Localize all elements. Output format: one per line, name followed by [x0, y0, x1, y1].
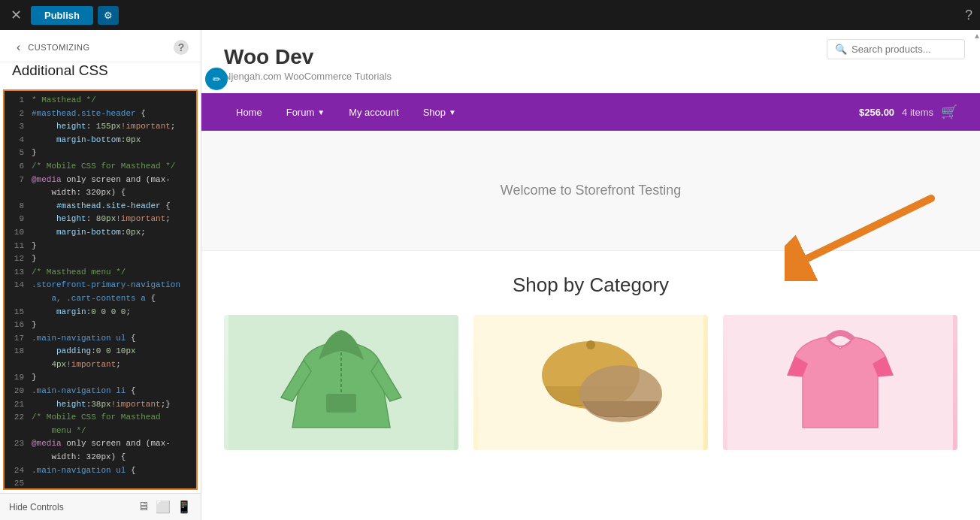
code-line-14: 14 .storefront-primary-navigation a, .ca… — [5, 279, 196, 305]
code-line-21: 21 height:38px!important;} — [5, 398, 196, 412]
hide-controls-label: Hide Controls — [9, 502, 64, 512]
scroll-up-icon[interactable]: ▲ — [972, 30, 980, 41]
hero-section: Welcome to Storefront Testing — [201, 131, 980, 251]
code-line-9: 9 height: 80px!important; — [5, 213, 196, 226]
cart-icon[interactable]: 🛒 — [941, 104, 957, 120]
code-line-12: 12 } — [5, 252, 196, 266]
code-line-8: 8 #masthead.site-header { — [5, 200, 196, 213]
customizing-label: Customizing — [28, 43, 174, 52]
code-line-24: 24 .main-navigation ul { — [5, 464, 196, 478]
shop-section: Shop by Category — [201, 251, 980, 473]
hide-controls-button[interactable]: Hide Controls — [9, 502, 64, 512]
admin-bar: ✕ Publish ⚙ ? — [0, 0, 980, 30]
panel-footer: Hide Controls 🖥 ⬜ 📱 — [0, 493, 201, 520]
code-line-1: 1 * Masthead */ — [5, 94, 196, 107]
svg-rect-3 — [326, 394, 356, 413]
product-grid — [224, 315, 957, 450]
help-circle-icon[interactable]: ? — [174, 40, 189, 55]
main-layout: ‹ Customizing ? Additional CSS 1 * Masth… — [0, 30, 980, 520]
code-line-4: 4 margin-bottom:0px — [5, 134, 196, 147]
publish-label: Publish — [44, 10, 80, 21]
left-panel: ‹ Customizing ? Additional CSS 1 * Masth… — [0, 30, 201, 520]
desktop-icon[interactable]: 🖥 — [138, 500, 150, 514]
code-line-5: 5 } — [5, 147, 196, 160]
product-card-2[interactable] — [473, 315, 708, 450]
code-line-20: 20 .main-navigation li { — [5, 385, 196, 398]
admin-help[interactable]: ? — [965, 8, 972, 23]
code-line-18: 18 padding:0 0 10px 4px!important; — [5, 345, 196, 371]
site-branding: Woo Dev Njengah.com WooCommerce Tutorial… — [224, 45, 392, 82]
svg-point-7 — [586, 340, 595, 349]
panel-header: ‹ Customizing ? — [0, 30, 201, 62]
css-code-editor[interactable]: 1 * Masthead */ 2 #masthead.site-header … — [3, 89, 198, 490]
forum-chevron-icon: ▼ — [317, 108, 325, 116]
nav-item-home[interactable]: Home — [224, 93, 274, 131]
code-line-7: 7 @media only screen and (max- width: 32… — [5, 174, 196, 200]
code-line-6: 6 /* Mobile CSS for Masthead */ — [5, 160, 196, 174]
gear-icon: ⚙ — [104, 10, 113, 21]
edit-pencil-button[interactable]: ✏ — [205, 68, 228, 90]
code-line-13: 13 /* Masthead menu */ — [5, 266, 196, 280]
panel-title: Additional CSS — [0, 62, 201, 86]
cart-area: $256.00 4 items 🛒 — [859, 104, 957, 120]
code-line-25: 25 — [5, 477, 196, 490]
shop-chevron-icon: ▼ — [449, 108, 456, 116]
code-line-3: 3 height: 155px!important; — [5, 120, 196, 134]
shop-title: Shop by Category — [224, 274, 957, 297]
cart-count: 4 items — [902, 107, 933, 118]
footer-icons: 🖥 ⬜ 📱 — [138, 500, 192, 514]
code-line-19: 19 } — [5, 371, 196, 385]
preview-area: ✏ Woo Dev Njengah.com WooCommerce Tutori… — [201, 30, 980, 520]
nav-item-shop[interactable]: Shop ▼ — [411, 93, 468, 131]
search-input[interactable] — [851, 44, 957, 55]
tablet-icon[interactable]: ⬜ — [156, 500, 171, 514]
search-icon: 🔍 — [835, 44, 847, 55]
code-line-22: 22 /* Mobile CSS for Masthead menu */ — [5, 411, 196, 437]
scroll-indicator: ▲ — [974, 30, 980, 520]
cart-amount: $256.00 — [859, 107, 894, 118]
code-line-17: 17 .main-navigation ul { — [5, 332, 196, 346]
panel-header-labels: Customizing — [25, 43, 174, 52]
product-card-3[interactable] — [723, 315, 957, 450]
nav-item-forum[interactable]: Forum ▼ — [274, 93, 337, 131]
site-header: Woo Dev Njengah.com WooCommerce Tutorial… — [201, 30, 980, 93]
code-line-11: 11 } — [5, 240, 196, 253]
hero-text: Welcome to Storefront Testing — [501, 183, 681, 198]
site-title: Woo Dev — [224, 45, 392, 69]
site-subtitle: Njengah.com WooCommerce Tutorials — [224, 71, 392, 82]
close-button[interactable]: ✕ — [8, 4, 25, 26]
publish-gear-button[interactable]: ⚙ — [98, 6, 119, 25]
admin-bar-left: ✕ Publish ⚙ — [8, 4, 119, 26]
help-icon: ? — [965, 8, 972, 23]
code-line-10: 10 margin-bottom:0px; — [5, 226, 196, 240]
code-line-23: 23 @media only screen and (max- width: 3… — [5, 437, 196, 464]
nav-links: Home Forum ▼ My account Shop ▼ — [224, 93, 468, 131]
code-line-2: 2 #masthead.site-header { — [5, 107, 196, 121]
mobile-icon[interactable]: 📱 — [177, 500, 192, 514]
nav-bar: Home Forum ▼ My account Shop ▼ $256.00 4… — [201, 93, 980, 131]
publish-button[interactable]: Publish — [31, 6, 93, 25]
product-card-1[interactable] — [224, 315, 458, 450]
back-button[interactable]: ‹ — [12, 39, 25, 56]
nav-item-my-account[interactable]: My account — [337, 93, 410, 131]
code-line-15: 15 margin:0 0 0 0; — [5, 306, 196, 319]
code-line-16: 16 } — [5, 319, 196, 332]
search-bar[interactable]: 🔍 — [827, 39, 965, 59]
